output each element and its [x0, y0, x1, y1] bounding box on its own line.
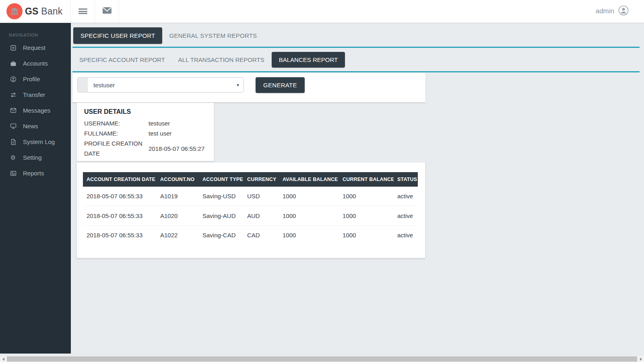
table-header-cell: ACCOUNT CREATION DATE: [83, 172, 157, 187]
sidebar: NAVIGATION Request Accounts: [0, 23, 71, 354]
sidebar-item-label: News: [23, 123, 38, 130]
detail-row-creation-date: PROFILE CREATION DATE 2018-05-07 06:55:2…: [84, 138, 206, 158]
table-row: 2018-05-07 06:55:33 A1020 Saving-AUD AUD…: [83, 206, 418, 225]
briefcase-icon: [10, 60, 17, 67]
topbar: GS Bank admin: [0, 0, 644, 23]
scroll-left-button[interactable]: [0, 356, 6, 362]
table-cell: active: [394, 225, 418, 245]
brand-name-light: Bank: [41, 6, 62, 16]
table-cell: A1019: [157, 187, 199, 206]
table-row: 2018-05-07 06:55:33 A1022 Saving-CAD CAD…: [83, 225, 418, 245]
tab-specific-user-report[interactable]: SPECIFIC USER REPORT: [73, 27, 162, 44]
transfer-arrows-icon: [10, 91, 17, 98]
balances-table-card: ACCOUNT CREATION DATEACCOUNT.NOACCOUNT T…: [76, 162, 425, 258]
select-addon: [78, 78, 88, 92]
gear-icon: ⚙: [10, 154, 17, 161]
table-cell: 1000: [279, 206, 339, 225]
envelope-icon: [10, 107, 17, 114]
user-menu[interactable]: admin: [596, 5, 644, 17]
table-header-row: ACCOUNT CREATION DATEACCOUNT.NOACCOUNT T…: [83, 172, 418, 187]
sidebar-item-label: Profile: [23, 76, 40, 82]
scroll-left-icon: [2, 358, 4, 361]
table-header-cell: ACCOUNT.NO: [157, 172, 199, 187]
sidebar-item-messages[interactable]: Messages: [0, 103, 71, 118]
user-select[interactable]: testuser ▾: [77, 77, 244, 93]
table-cell: active: [394, 206, 418, 225]
user-details-title: USER DETAILS: [84, 108, 206, 115]
user-avatar-icon: [618, 5, 629, 17]
sidebar-item-reports[interactable]: Reports: [0, 165, 71, 181]
table-cell: 2018-05-07 06:55:33: [83, 187, 157, 206]
sidebar-toggle-button[interactable]: [71, 0, 95, 23]
sidebar-item-setting[interactable]: ⚙ Setting: [0, 150, 71, 165]
table-cell: Saving-USD: [199, 187, 244, 206]
scroll-right-icon: [640, 358, 642, 361]
table-header-cell: STATUS: [394, 172, 418, 187]
sidebar-item-label: Reports: [23, 170, 44, 177]
table-cell: A1022: [157, 225, 199, 245]
username-label: admin: [596, 7, 614, 15]
detail-row-username: USERNAME: testuser: [84, 118, 206, 128]
detail-value: test user: [149, 128, 206, 138]
horizontal-scrollbar-thumb[interactable]: [7, 356, 637, 362]
sidebar-item-profile[interactable]: Profile: [0, 71, 71, 87]
app-screen: GS Bank admin NAVIG: [0, 0, 644, 362]
generate-button[interactable]: GENERATE: [256, 77, 305, 93]
sidebar-item-system-log[interactable]: System Log: [0, 134, 71, 150]
brand-name-bold: GS: [25, 6, 39, 16]
table-cell: A1020: [157, 206, 199, 225]
sidebar-item-label: System Log: [23, 138, 55, 145]
brand-logo[interactable]: GS Bank: [0, 0, 71, 23]
detail-label: PROFILE CREATION DATE: [84, 138, 149, 158]
table-cell: Saving-AUD: [199, 206, 244, 225]
sidebar-item-label: Transfer: [23, 91, 45, 98]
detail-value: 2018-05-07 06:55:27: [149, 144, 206, 154]
sidebar-item-news[interactable]: News: [0, 118, 71, 134]
horizontal-scrollbar[interactable]: [0, 356, 644, 362]
tab-general-system-reports[interactable]: GENERAL SYSTEM REPORTS: [162, 27, 257, 44]
sidebar-item-request[interactable]: Request: [0, 40, 71, 56]
report-form-panel: testuser ▾ GENERATE: [72, 73, 425, 102]
table-cell: CAD: [244, 225, 279, 245]
tab-specific-account-report[interactable]: SPECIFIC ACCOUNT REPORT: [79, 56, 165, 63]
table-cell: 1000: [279, 187, 339, 206]
tab-all-transaction-reports[interactable]: ALL TRANSACTION REPORTS: [178, 56, 264, 63]
table-cell: 1000: [279, 225, 339, 245]
brand-name: GS Bank: [25, 6, 62, 17]
sidebar-item-accounts[interactable]: Accounts: [0, 56, 71, 71]
messages-button[interactable]: [95, 0, 119, 23]
table-header-cell: CURRENCY: [244, 172, 279, 187]
scroll-right-button[interactable]: [638, 356, 644, 362]
primary-tabs: SPECIFIC USER REPORT GENERAL SYSTEM REPO…: [71, 23, 644, 47]
table-cell: 1000: [339, 187, 394, 206]
monitor-icon: [10, 123, 17, 130]
table-cell: Saving-CAD: [199, 225, 244, 245]
chevron-down-icon: ▾: [232, 78, 244, 92]
table-row: 2018-05-07 06:55:33 A1019 Saving-USD USD…: [83, 187, 418, 206]
detail-value: testuser: [149, 118, 206, 128]
user-details-card: USER DETAILS USERNAME: testuser FULLNAME…: [76, 103, 214, 161]
detail-label: USERNAME:: [84, 118, 149, 128]
balances-table: ACCOUNT CREATION DATEACCOUNT.NOACCOUNT T…: [83, 172, 418, 245]
tab-balances-report[interactable]: BALANCES REPORT: [272, 52, 345, 68]
tab-divider-line: [72, 47, 640, 48]
user-circle-icon: [10, 76, 17, 82]
sidebar-item-label: Accounts: [23, 60, 48, 67]
nav-heading: NAVIGATION: [0, 23, 71, 40]
file-text-icon: [10, 138, 17, 145]
sidebar-item-label: Setting: [23, 154, 42, 161]
detail-label: FULLNAME:: [84, 128, 149, 138]
table-cell: AUD: [244, 206, 279, 225]
envelope-icon: [102, 7, 112, 16]
table-cell: 1000: [339, 225, 394, 245]
detail-row-fullname: FULLNAME: test user: [84, 128, 206, 138]
table-cell: 2018-05-07 06:55:33: [83, 225, 157, 245]
sidebar-item-label: Request: [23, 44, 45, 51]
bank-building-icon: [6, 3, 23, 19]
table-cell: USD: [244, 187, 279, 206]
plus-square-icon: [10, 44, 17, 51]
hamburger-menu-icon: [78, 8, 87, 15]
sidebar-item-transfer[interactable]: Transfer: [0, 87, 71, 103]
table-header-cell: CURRENT BALANCE: [339, 172, 394, 187]
user-select-value: testuser: [88, 78, 232, 92]
